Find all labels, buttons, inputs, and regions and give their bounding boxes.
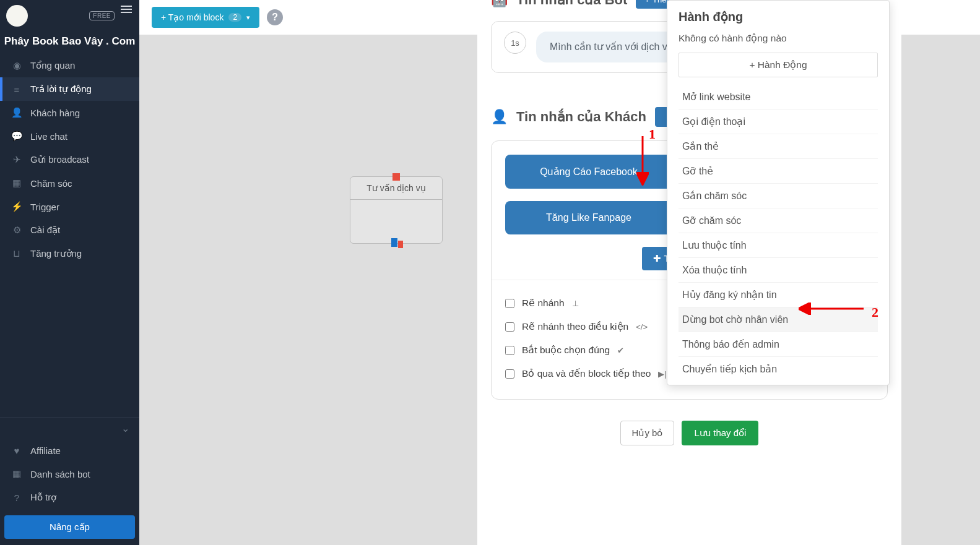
sidebar-item-trigger[interactable]: ⚡Trigger: [0, 195, 139, 218]
sidebar-item-auto-reply[interactable]: ≡Trả lời tự động: [0, 77, 139, 101]
flow-port-in[interactable]: [392, 173, 400, 181]
user-icon: 👤: [11, 107, 22, 118]
reply-icon: ≡: [11, 84, 22, 95]
sidebar-item-care[interactable]: ▦Chăm sóc: [0, 171, 139, 195]
action-item[interactable]: Xóa thuộc tính: [679, 257, 878, 282]
sidebar-item-affiliate[interactable]: ♥Affiliate: [0, 439, 139, 462]
action-item[interactable]: Mở link website: [679, 85, 878, 109]
heart-icon: ♥: [11, 445, 22, 456]
action-item[interactable]: Dừng bot chờ nhân viên: [679, 307, 878, 332]
action-item[interactable]: Thông báo đến admin: [679, 332, 878, 356]
block-count-badge: 2: [228, 13, 241, 22]
save-button[interactable]: Lưu thay đổi: [682, 421, 758, 445]
checkbox[interactable]: [505, 322, 514, 332]
calendar-icon: ▦: [11, 178, 22, 189]
sidebar-item-settings[interactable]: ⚙Cài đặt: [0, 218, 139, 242]
chat-icon: 💬: [11, 131, 22, 142]
sidebar: FREE Phây Book Bao Vây . Com ◉Tổng quan …: [0, 0, 139, 545]
flow-port-out-1[interactable]: [391, 238, 397, 247]
flow-node[interactable]: Tư vấn dịch vụ: [350, 176, 443, 244]
checkbox[interactable]: [505, 369, 514, 379]
sidebar-item-growth[interactable]: ⊔Tăng trưởng: [0, 242, 139, 265]
flow-port-out-2[interactable]: [398, 241, 403, 248]
sidebar-header: FREE: [0, 0, 139, 32]
action-item[interactable]: Gắn thẻ: [679, 134, 878, 158]
chevron-down-icon: ▾: [246, 14, 250, 22]
action-item[interactable]: Lưu thuộc tính: [679, 233, 878, 257]
sidebar-item-broadcast[interactable]: ✈Gửi broadcast: [0, 148, 139, 171]
user-icon: 👤: [491, 109, 508, 125]
code-icon: </>: [636, 322, 648, 332]
popover-empty-text: Không có hành động nào: [679, 33, 878, 44]
free-badge: FREE: [89, 11, 115, 20]
action-list: Mở link websiteGọi điện thoạiGắn thẻGỡ t…: [679, 85, 878, 381]
action-item[interactable]: Gỡ thẻ: [679, 158, 878, 183]
nav-main: ◉Tổng quan ≡Trả lời tự động 👤Khách hàng …: [0, 54, 139, 265]
option-button-2[interactable]: Tăng Like Fanpage: [505, 201, 672, 234]
flow-node-body: [350, 200, 442, 243]
popover-add-action-button[interactable]: + Hành Động: [679, 53, 878, 77]
new-block-button[interactable]: + Tạo mới block 2 ▾: [152, 7, 259, 28]
sidebar-item-livechat[interactable]: 💬Live chat: [0, 124, 139, 148]
sidebar-item-customers[interactable]: 👤Khách hàng: [0, 101, 139, 124]
action-item[interactable]: Gắn chăm sóc: [679, 183, 878, 208]
sitemap-icon: ⊥: [572, 299, 579, 308]
cancel-button[interactable]: Hủy bỏ: [620, 421, 675, 445]
delay-badge[interactable]: 1s: [504, 32, 526, 54]
action-item[interactable]: Chuyển tiếp kịch bản: [679, 356, 878, 381]
gear-icon: ⚙: [11, 225, 22, 236]
checkbox[interactable]: [505, 299, 514, 308]
plus-icon: ✚: [653, 253, 661, 264]
android-icon: 🤖: [491, 0, 508, 8]
sidebar-item-support[interactable]: ?Hỗ trợ: [0, 486, 139, 509]
help-icon[interactable]: ?: [267, 9, 283, 25]
brand-title: Phây Book Bao Vây . Com: [0, 32, 139, 54]
dashboard-icon: ◉: [11, 60, 22, 71]
check-circle-icon: ✔: [617, 346, 624, 355]
sidebar-collapse-toggle[interactable]: ⌄: [0, 418, 139, 439]
upgrade-button[interactable]: Nâng cấp: [4, 515, 135, 539]
magnet-icon: ⊔: [11, 248, 22, 259]
send-icon: ✈: [11, 154, 22, 165]
bolt-icon: ⚡: [11, 201, 22, 212]
avatar-logo: [6, 5, 28, 27]
sidebar-item-botlist[interactable]: ▦Danh sách bot: [0, 462, 139, 486]
popover-title: Hành động: [679, 9, 878, 24]
plus-icon: +: [644, 0, 649, 4]
sidebar-item-overview[interactable]: ◉Tổng quan: [0, 54, 139, 77]
checkbox[interactable]: [505, 346, 514, 355]
customer-section-title: Tin nhắn của Khách: [516, 109, 646, 125]
grid-icon: ▦: [11, 468, 22, 479]
bot-section-title: Tin nhắn của Bot: [516, 0, 627, 8]
nav-bottom: ♥Affiliate ▦Danh sách bot ?Hỗ trợ: [0, 439, 139, 509]
footer-buttons: Hủy bỏ Lưu thay đổi: [491, 421, 888, 445]
help-icon: ?: [11, 492, 22, 503]
action-popover: Hành động Không có hành động nào + Hành …: [667, 0, 890, 385]
hamburger-icon[interactable]: [121, 4, 132, 15]
action-item[interactable]: Hủy đăng ký nhận tin: [679, 282, 878, 307]
skip-icon: ▶|: [658, 369, 666, 379]
action-item[interactable]: Gọi điện thoại: [679, 109, 878, 134]
option-button-1[interactable]: Quảng Cáo Facebook: [505, 155, 672, 189]
action-item[interactable]: Gỡ chăm sóc: [679, 208, 878, 233]
